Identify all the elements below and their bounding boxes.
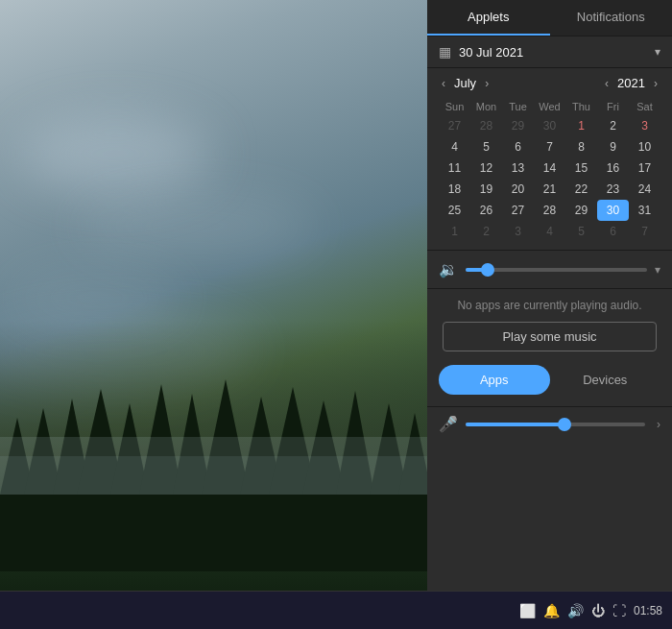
col-sat: Sat bbox=[629, 98, 660, 115]
calendar-day[interactable]: 31 bbox=[629, 200, 660, 221]
calendar-day[interactable]: 3 bbox=[502, 221, 534, 242]
calendar-day[interactable]: 24 bbox=[629, 179, 660, 200]
svg-rect-0 bbox=[0, 495, 427, 571]
calendar-day[interactable]: 23 bbox=[597, 179, 629, 200]
calendar-day[interactable]: 28 bbox=[534, 200, 565, 221]
calendar-nav: ‹ July › ‹ 2021 › bbox=[439, 76, 660, 90]
volume-dropdown-icon[interactable]: ▾ bbox=[655, 263, 660, 277]
col-sun: Sun bbox=[439, 98, 470, 115]
calendar-day[interactable]: 1 bbox=[565, 115, 597, 136]
mic-slider-fill bbox=[466, 423, 564, 426]
prev-year-button[interactable]: ‹ bbox=[602, 77, 612, 90]
prev-month-button[interactable]: ‹ bbox=[439, 77, 448, 90]
calendar-day[interactable]: 4 bbox=[534, 221, 565, 242]
calendar-day[interactable]: 27 bbox=[502, 200, 534, 221]
mic-slider-thumb[interactable] bbox=[558, 418, 571, 431]
date-header[interactable]: ▦ 30 Jul 2021 ▾ bbox=[427, 36, 672, 68]
audio-section: No apps are currently playing audio. Pla… bbox=[427, 289, 672, 365]
panel: Applets Notifications ▦ 30 Jul 2021 ▾ ‹ … bbox=[427, 0, 672, 591]
volume-slider[interactable] bbox=[466, 268, 647, 272]
calendar-day[interactable]: 6 bbox=[502, 136, 534, 157]
taskbar-time: 01:58 bbox=[634, 604, 662, 617]
calendar-day[interactable]: 4 bbox=[439, 136, 470, 157]
mic-slider[interactable] bbox=[466, 423, 645, 426]
taskbar: ⬜ 🔔 🔊 ⏻ ⛶ 01:58 bbox=[0, 591, 672, 629]
volume-taskbar-icon[interactable]: 🔊 bbox=[567, 603, 584, 618]
tabs-bar: Applets Notifications bbox=[427, 0, 672, 36]
calendar-day[interactable]: 17 bbox=[629, 157, 660, 179]
calendar-day[interactable]: 5 bbox=[565, 221, 597, 242]
power-taskbar-icon[interactable]: ⏻ bbox=[591, 603, 605, 618]
tab-applets[interactable]: Applets bbox=[427, 0, 550, 36]
next-year-button[interactable]: › bbox=[651, 77, 660, 90]
calendar-month: July bbox=[454, 76, 476, 90]
calendar-day[interactable]: 20 bbox=[502, 179, 534, 200]
date-header-text: 30 Jul 2021 bbox=[459, 45, 655, 60]
calendar-day[interactable]: 3 bbox=[629, 115, 660, 136]
calendar-grid: Sun Mon Tue Wed Thu Fri Sat 272829301234… bbox=[439, 98, 660, 242]
calendar-day[interactable]: 21 bbox=[534, 179, 565, 200]
calendar-day[interactable]: 16 bbox=[597, 157, 629, 179]
mic-section: 🎤 › bbox=[427, 406, 672, 441]
calendar-day[interactable]: 29 bbox=[565, 200, 597, 221]
calendar-day[interactable]: 18 bbox=[439, 179, 470, 200]
no-audio-text: No apps are currently playing audio. bbox=[457, 299, 641, 312]
wallpaper bbox=[0, 0, 427, 629]
calendar-day[interactable]: 22 bbox=[565, 179, 597, 200]
calendar-day[interactable]: 10 bbox=[629, 136, 660, 157]
play-music-button[interactable]: Play some music bbox=[443, 322, 657, 351]
svg-rect-16 bbox=[0, 456, 427, 495]
calendar-day[interactable]: 26 bbox=[470, 200, 502, 221]
devices-toggle-button[interactable]: Devices bbox=[550, 365, 661, 395]
calendar-day[interactable]: 1 bbox=[439, 221, 470, 242]
col-mon: Mon bbox=[470, 98, 502, 115]
calendar-day[interactable]: 13 bbox=[502, 157, 534, 179]
screen-taskbar-icon[interactable]: ⬜ bbox=[519, 603, 536, 618]
calendar-day[interactable]: 14 bbox=[534, 157, 565, 179]
calendar-day[interactable]: 15 bbox=[565, 157, 597, 179]
calendar-year: 2021 bbox=[617, 76, 645, 90]
calendar-day[interactable]: 2 bbox=[597, 115, 629, 136]
calendar-day[interactable]: 28 bbox=[470, 115, 502, 136]
calendar-day[interactable]: 12 bbox=[470, 157, 502, 179]
calendar-day[interactable]: 27 bbox=[439, 115, 470, 136]
col-wed: Wed bbox=[534, 98, 565, 115]
calendar-day[interactable]: 19 bbox=[470, 179, 502, 200]
apps-toggle-button[interactable]: Apps bbox=[439, 365, 550, 395]
calendar-day[interactable]: 8 bbox=[565, 136, 597, 157]
calendar-day[interactable]: 7 bbox=[534, 136, 565, 157]
volume-icon: 🔉 bbox=[439, 260, 458, 278]
bell-taskbar-icon[interactable]: 🔔 bbox=[543, 603, 560, 618]
calendar-day[interactable]: 9 bbox=[597, 136, 629, 157]
volume-slider-thumb[interactable] bbox=[481, 263, 494, 277]
col-tue: Tue bbox=[502, 98, 534, 115]
apps-devices-toggle: Apps Devices bbox=[427, 365, 672, 406]
calendar-day[interactable]: 6 bbox=[597, 221, 629, 242]
calendar-day[interactable]: 30 bbox=[534, 115, 565, 136]
calendar-icon: ▦ bbox=[439, 44, 451, 60]
next-month-button[interactable]: › bbox=[482, 77, 492, 90]
calendar-day[interactable]: 30 bbox=[597, 200, 629, 221]
col-thu: Thu bbox=[565, 98, 597, 115]
tab-notifications[interactable]: Notifications bbox=[550, 0, 673, 36]
calendar-day[interactable]: 2 bbox=[470, 221, 502, 242]
col-fri: Fri bbox=[597, 98, 629, 115]
calendar-day[interactable]: 25 bbox=[439, 200, 470, 221]
calendar-day[interactable]: 11 bbox=[439, 157, 470, 179]
calendar: ‹ July › ‹ 2021 › Sun Mon Tue Wed Thu Fr… bbox=[427, 68, 672, 250]
calendar-day[interactable]: 5 bbox=[470, 136, 502, 157]
calendar-day[interactable]: 7 bbox=[629, 221, 660, 242]
mic-icon: 🎤 bbox=[439, 415, 458, 433]
date-header-dropdown-icon[interactable]: ▾ bbox=[655, 45, 660, 59]
mic-dropdown-icon[interactable]: › bbox=[657, 418, 660, 431]
calendar-day[interactable]: 29 bbox=[502, 115, 534, 136]
expand-taskbar-icon[interactable]: ⛶ bbox=[612, 603, 626, 618]
volume-section: 🔉 ▾ bbox=[427, 251, 672, 288]
